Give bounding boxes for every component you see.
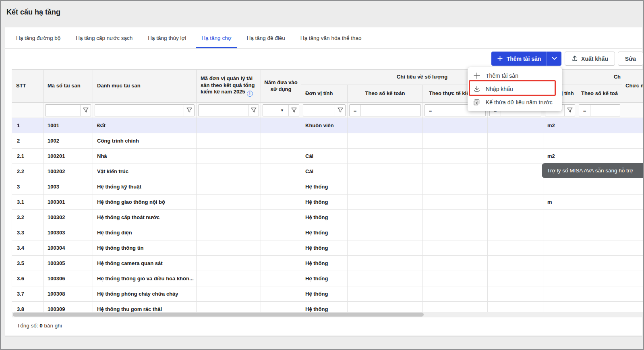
cell-hidden xyxy=(488,256,543,271)
cell-year xyxy=(261,133,301,149)
add-asset-dropdown-toggle[interactable] xyxy=(547,52,561,66)
cell-qty_inv xyxy=(423,240,488,256)
inherit-data-icon xyxy=(473,99,480,106)
header-cell-code: Mã số tài sản xyxy=(43,70,93,103)
cell-qty_inv xyxy=(423,256,488,271)
cell-qty_inv xyxy=(423,133,488,149)
cell-stt: 2 xyxy=(12,133,43,149)
download-icon xyxy=(473,85,480,93)
tab-bar: Hạ tầng đường bộHạ tầng cấp nước sạchHạ … xyxy=(5,27,642,49)
upload-icon xyxy=(572,55,578,62)
cell-stt: 3.1 xyxy=(12,195,43,210)
cell-qty_acct xyxy=(348,286,423,302)
menu-item-label: Kế thừa dữ liệu năm trước xyxy=(486,99,553,106)
cell-code: 100308 xyxy=(43,286,93,302)
filter-val_acct[interactable]: = xyxy=(579,104,620,116)
filter-unit1[interactable] xyxy=(303,104,346,116)
tab-5[interactable]: Hạ tầng đê điều xyxy=(242,27,290,48)
edit-button[interactable]: Sửa xyxy=(618,52,643,66)
filter-qty_acct[interactable]: = xyxy=(349,104,421,116)
funnel-icon xyxy=(186,107,193,114)
filter-year[interactable]: ▼ xyxy=(263,104,299,116)
cell-actions xyxy=(622,256,644,271)
cell-qty_acct xyxy=(348,225,423,240)
filter-input-code[interactable] xyxy=(46,105,80,116)
cell-code: 100303 xyxy=(43,225,93,240)
cell-val_acct xyxy=(577,225,622,240)
cell-year xyxy=(261,271,301,286)
cell-qty_acct xyxy=(348,210,423,225)
filter-cell-unit_code xyxy=(197,103,261,118)
cell-unit2: m2 xyxy=(543,149,577,164)
tab-3[interactable]: Hạ tầng thủy lợi xyxy=(143,27,191,48)
cell-hidden xyxy=(488,149,543,164)
misa-ava-tooltip: Trợ lý số MISA AVA sẵn sàng hỗ trợ xyxy=(542,163,644,178)
page-title: Kết cấu hạ tầng xyxy=(6,8,60,17)
cell-qty_acct xyxy=(348,133,423,149)
filter-funnel-button[interactable] xyxy=(80,105,91,116)
cell-unit_code xyxy=(197,210,261,225)
tab-1[interactable]: Hạ tầng đường bộ xyxy=(11,27,66,48)
info-icon[interactable]: i xyxy=(247,91,253,97)
cell-unit_code xyxy=(197,118,261,133)
cell-actions xyxy=(622,271,644,286)
filter-unit_code[interactable] xyxy=(198,104,259,116)
add-asset-menu: Thêm tài sảnNhập khẩuKế thừa dữ liệu năm… xyxy=(468,67,562,111)
tab-2[interactable]: Hạ tầng cấp nước sạch xyxy=(70,27,138,48)
cell-code: 100304 xyxy=(43,240,93,256)
cell-stt: 1 xyxy=(12,118,43,133)
cell-unit1: Hệ thống xyxy=(301,225,348,240)
cell-qty_inv xyxy=(423,195,488,210)
tab-6[interactable]: Hạ tầng văn hóa thể thao xyxy=(295,27,367,48)
menu-item-2[interactable]: Nhập khẩu xyxy=(468,82,562,95)
funnel-icon xyxy=(290,107,298,114)
cell-actions xyxy=(622,195,644,210)
cell-year xyxy=(261,164,301,179)
cell-name: Hệ thống điện xyxy=(93,225,197,240)
cell-name: Hệ thống giao thông nội bộ xyxy=(93,195,197,210)
select-caret-icon[interactable]: ▼ xyxy=(280,108,284,112)
cell-unit_code xyxy=(197,179,261,195)
filter-funnel-button[interactable] xyxy=(184,105,194,116)
cell-hidden xyxy=(488,225,543,240)
equals-operator[interactable]: = xyxy=(425,105,436,116)
filter-code[interactable] xyxy=(45,104,91,116)
record-count-value: 0 xyxy=(39,323,43,329)
filter-funnel-button[interactable] xyxy=(248,105,259,116)
equals-operator[interactable]: = xyxy=(350,105,361,116)
funnel-icon xyxy=(250,107,257,114)
menu-item-label: Thêm tài sản xyxy=(486,72,518,79)
scrollbar-thumb[interactable] xyxy=(13,313,424,317)
export-button[interactable]: Xuất khẩu xyxy=(565,52,615,66)
footer-divider xyxy=(5,336,642,337)
cell-val_acct xyxy=(577,133,622,149)
cell-qty_inv xyxy=(423,286,488,302)
cell-year xyxy=(261,179,301,195)
plus-icon xyxy=(473,72,480,79)
tab-4[interactable]: Hạ tầng chợ xyxy=(196,27,236,48)
menu-item-3[interactable]: Kế thừa dữ liệu năm trước xyxy=(468,95,562,109)
cell-stt: 3.2 xyxy=(12,210,43,225)
filter-input-name[interactable] xyxy=(95,105,184,116)
filter-funnel-button[interactable] xyxy=(335,105,345,116)
cell-unit2: m xyxy=(543,195,577,210)
filter-input-qty_acct[interactable] xyxy=(361,105,420,116)
filter-name[interactable] xyxy=(95,104,195,116)
filter-input-year[interactable]: ▼ xyxy=(263,105,288,116)
cell-hidden xyxy=(488,179,543,195)
cell-unit2 xyxy=(543,179,577,195)
cell-qty_inv xyxy=(423,149,488,164)
cell-year xyxy=(261,240,301,256)
filter-funnel-button[interactable] xyxy=(288,105,299,116)
equals-operator[interactable]: = xyxy=(579,105,590,116)
filter-input-unit1[interactable] xyxy=(303,105,335,116)
menu-item-1[interactable]: Thêm tài sản xyxy=(468,69,562,82)
add-asset-button[interactable]: Thêm tài sản xyxy=(491,52,547,66)
horizontal-scrollbar[interactable] xyxy=(12,312,644,317)
cell-qty_acct xyxy=(348,195,423,210)
filter-input-unit_code[interactable] xyxy=(199,105,248,116)
plus-icon xyxy=(497,56,503,62)
cell-unit_code xyxy=(197,133,261,149)
filter-funnel-button[interactable] xyxy=(564,105,575,116)
filter-input-val_acct[interactable] xyxy=(590,105,620,116)
